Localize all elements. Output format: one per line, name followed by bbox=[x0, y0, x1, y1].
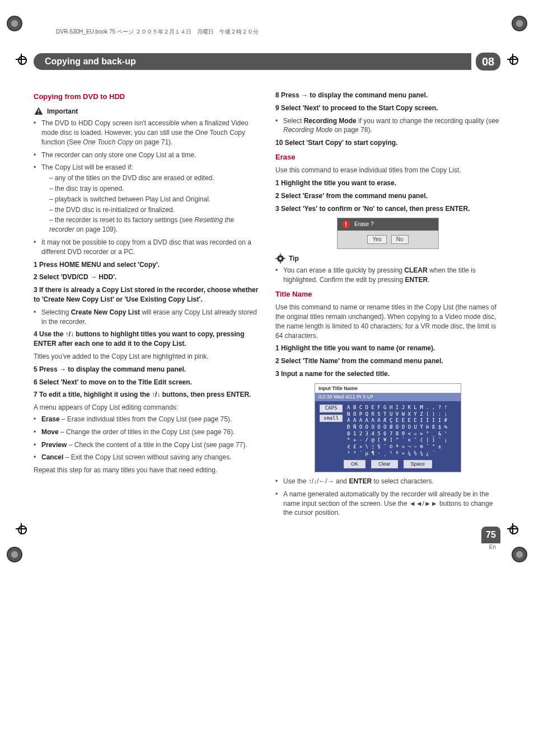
erase-step-3: 3 Select 'Yes' to confirm or 'No' to can… bbox=[275, 204, 500, 214]
right-column: 8 Press → to display the command menu pa… bbox=[275, 87, 500, 551]
step-1: 1 Press HOME MENU and select 'Copy'. bbox=[34, 260, 259, 270]
heading-title-name: Title Name bbox=[275, 289, 500, 299]
erase-confirm-dialog: Erase ? Yes No bbox=[337, 218, 439, 249]
sub-bullet: – any of the titles on the DVD disc are … bbox=[41, 173, 259, 183]
space-button[interactable]: Space bbox=[404, 460, 433, 468]
text: to select characters. bbox=[372, 477, 434, 485]
bullet: The DVD to HDD Copy screen isn't accessi… bbox=[34, 119, 259, 147]
bullet: Selecting Create New Copy List will eras… bbox=[34, 308, 259, 327]
heading-copy-dvd-hdd: Copying from DVD to HDD bbox=[34, 92, 259, 102]
gear-tip-icon bbox=[275, 253, 285, 264]
dialog-yes-button[interactable]: Yes bbox=[367, 235, 386, 244]
dialog-status-bar: i12:30 Wed 4/11 Pr 5 LP bbox=[315, 393, 461, 401]
section-title-bar: Copying and back-up 08 bbox=[34, 53, 500, 71]
text: Use the ↑/↓/←/→ and bbox=[283, 477, 349, 485]
text: – Change the order of titles in the Copy… bbox=[59, 428, 235, 436]
char-grid[interactable]: A B C D E F G H I J K L M . , ? ! N O P … bbox=[347, 405, 447, 457]
bullet: You can erase a title quickly by pressin… bbox=[275, 266, 500, 285]
dialog-title: Input Title Name bbox=[315, 384, 461, 393]
text: – Check the content of a title in the Co… bbox=[67, 441, 247, 449]
text: – the recorder is reset to its factory s… bbox=[49, 216, 194, 224]
erase-desc: Use this command to erase individual tit… bbox=[275, 166, 500, 175]
text-bold: CLEAR bbox=[404, 266, 427, 274]
text-italic: One Touch Copy bbox=[83, 138, 133, 146]
text: Selecting bbox=[41, 308, 71, 316]
ok-button[interactable]: OK bbox=[344, 460, 366, 468]
bullet: The recorder can only store one Copy Lis… bbox=[34, 151, 259, 160]
text-bold: Cancel bbox=[41, 453, 63, 461]
text-bold: ENTER bbox=[405, 276, 428, 284]
text-bold: Move bbox=[41, 428, 59, 436]
caps-button[interactable]: CAPS bbox=[320, 405, 343, 412]
heading-erase: Erase bbox=[275, 152, 500, 162]
alert-icon bbox=[341, 219, 351, 229]
step-7: 7 To edit a title, highlight it using th… bbox=[34, 390, 259, 400]
left-column: Copying from DVD to HDD Important The DV… bbox=[34, 87, 259, 551]
erase-step-2: 2 Select 'Erase' from the command menu p… bbox=[275, 191, 500, 201]
erase-step-1: 1 Highlight the title you want to erase. bbox=[275, 179, 500, 188]
svg-rect-3 bbox=[345, 222, 346, 226]
text-bold: ENTER bbox=[349, 477, 372, 485]
title-step-3: 3 Input a name for the selected title. bbox=[275, 369, 500, 379]
bullet: Use the ↑/↓/←/→ and ENTER to select char… bbox=[275, 477, 500, 486]
important-callout: Important bbox=[34, 106, 259, 116]
sub-bullet: – the disc tray is opened. bbox=[41, 184, 259, 194]
step-10: 10 Select 'Start Copy' to start copying. bbox=[275, 138, 500, 148]
register-mark-icon bbox=[16, 523, 27, 534]
svg-rect-9 bbox=[275, 259, 277, 260]
text-bold: Recording Mode bbox=[304, 117, 357, 125]
title-name-desc: Use this command to name or rename title… bbox=[275, 303, 500, 340]
step-6: 6 Select 'Next' to move on to the Title … bbox=[34, 378, 259, 387]
text: on page 109). bbox=[74, 226, 118, 233]
text: . bbox=[428, 276, 429, 284]
dialog-question: Erase ? bbox=[354, 220, 373, 228]
text: – Erase individual titles from the Copy … bbox=[60, 415, 232, 423]
clear-button[interactable]: Clear bbox=[371, 460, 398, 468]
important-label: Important bbox=[47, 107, 78, 116]
sub-bullet: – the DVD disc is re-initialized or fina… bbox=[41, 205, 259, 215]
register-mark-icon bbox=[16, 54, 27, 65]
bullet: A name generated automatically by the re… bbox=[275, 490, 500, 518]
step-4-trail: Titles you've added to the Copy List are… bbox=[34, 352, 259, 361]
sub-bullet: – the recorder is reset to its factory s… bbox=[41, 215, 259, 234]
text-bold: Erase bbox=[41, 415, 60, 423]
text: – Exit the Copy List screen without savi… bbox=[63, 453, 231, 461]
step-2: 2 Select 'DVD/CD → HDD'. bbox=[34, 273, 259, 282]
warning-triangle-icon bbox=[34, 106, 44, 116]
repeat-note: Repeat this step for as many titles you … bbox=[34, 466, 259, 475]
dialog-no-button[interactable]: No bbox=[391, 235, 409, 244]
step-8: 8 Press → to display the command menu pa… bbox=[275, 91, 500, 100]
page-lang: En bbox=[275, 543, 500, 551]
title-step-1: 1 Highlight the title you want to name (… bbox=[275, 344, 500, 353]
corner-disc-icon bbox=[7, 547, 22, 562]
bullet: Cancel – Exit the Copy List screen witho… bbox=[34, 453, 259, 462]
svg-point-6 bbox=[279, 257, 282, 260]
input-title-name-dialog: Input Title Name i12:30 Wed 4/11 Pr 5 LP… bbox=[315, 383, 461, 472]
step-3: 3 If there is already a Copy List stored… bbox=[34, 285, 259, 304]
bullet: Erase – Erase individual titles from the… bbox=[34, 415, 259, 424]
text-bold: Preview bbox=[41, 441, 67, 449]
tip-label: Tip bbox=[289, 254, 299, 264]
bullet: The Copy List will be erased if: – any o… bbox=[34, 163, 259, 234]
svg-rect-8 bbox=[280, 262, 281, 264]
bullet: Select Recording Mode if you want to cha… bbox=[275, 116, 500, 135]
text-bold: Create New Copy List bbox=[71, 308, 140, 316]
page-number-badge: 75 bbox=[481, 527, 500, 543]
tip-callout: Tip bbox=[275, 253, 500, 264]
svg-rect-7 bbox=[280, 253, 281, 255]
bullet: It may not be possible to copy from a DV… bbox=[34, 238, 259, 257]
step-9: 9 Select 'Next' to proceed to the Start … bbox=[275, 104, 500, 113]
corner-disc-icon bbox=[512, 16, 527, 31]
bullet: Move – Change the order of titles in the… bbox=[34, 428, 259, 437]
register-mark-icon bbox=[507, 523, 518, 534]
text: Select bbox=[283, 117, 304, 125]
text: if you want to change the recording qual… bbox=[357, 117, 499, 125]
svg-rect-10 bbox=[284, 259, 285, 260]
section-number: 08 bbox=[476, 53, 500, 71]
svg-rect-4 bbox=[345, 226, 346, 227]
section-title: Copying and back-up bbox=[34, 53, 471, 70]
register-mark-icon bbox=[507, 54, 518, 65]
book-header: DVR-530H_EU.book 75 ページ ２００５年２月１４日 月曜日 午… bbox=[56, 28, 500, 36]
text-italic: Recording Mode bbox=[283, 126, 332, 134]
small-button[interactable]: small bbox=[320, 415, 343, 422]
